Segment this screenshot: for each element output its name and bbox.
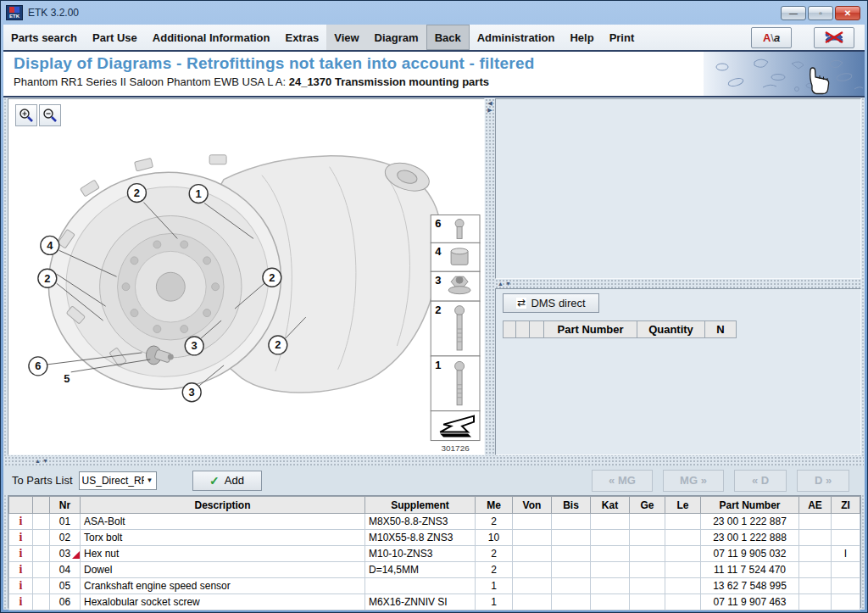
menu-item-extras[interactable]: Extras [277,25,326,50]
col-header-empty-1[interactable] [33,497,50,514]
cell-zi [832,514,860,530]
dms-col-empty-2 [530,320,544,338]
callout-2[interactable]: 2 [263,268,281,287]
info-icon[interactable]: i [19,548,23,560]
splitter-down-icon[interactable]: ▼ [42,458,48,464]
dms-direct-button[interactable]: ⇄ DMS direct [503,293,599,313]
title-bar[interactable]: ETK ETK 3.2.00 — ▫ ✕ [1,1,867,25]
info-icon[interactable]: i [19,564,23,576]
maximize-button[interactable]: ▫ [808,6,833,20]
menu-item-additional-information[interactable]: Additional Information [145,25,278,50]
info-icon[interactable]: i [19,515,23,527]
menu-item-part-use[interactable]: Part Use [85,25,145,50]
hide-tools-button[interactable] [814,27,854,48]
col-header-zi[interactable]: ZI [832,497,860,514]
nav-button-d-prev[interactable]: « D [734,470,787,492]
cell-ae [799,562,832,578]
minimize-button[interactable]: — [781,6,806,20]
nav-button-mg-prev[interactable]: « MG [592,470,653,492]
table-row[interactable]: i03Hex nutM10-10-ZNS3207 11 9 905 032I [9,546,860,562]
col-header-kat[interactable]: Kat [591,497,630,514]
info-icon[interactable]: i [19,596,23,608]
callout-2[interactable]: 2 [269,336,287,354]
callout-2[interactable]: 2 [127,184,146,203]
nav-button-d-next[interactable]: D » [797,470,849,492]
splitter-right-icon[interactable]: ▶ [487,107,492,114]
splitter-left-icon[interactable]: ◀ [487,100,492,107]
zoom-in-button[interactable] [15,104,37,126]
svg-text:2: 2 [275,338,281,351]
col-header-bis[interactable]: Bis [552,497,591,514]
row-select-cell[interactable] [33,578,50,594]
info-icon[interactable]: i [19,580,23,592]
cell-bis [552,594,591,610]
callout-4[interactable]: 4 [41,236,59,254]
callout-3[interactable]: 3 [182,383,201,402]
content-area: 2142232653 6 4 3 2 1 [3,98,865,610]
right-panel: ▲ ▼ ⇄ DMS direct Part NumberQuantityN [495,98,861,455]
callout-1[interactable]: 1 [189,185,208,203]
drawing-number: 301726 [441,443,470,453]
table-row[interactable]: i06Hexalobular socket screwM6X16-ZNNIV S… [9,594,860,610]
callout-6[interactable]: 6 [29,357,47,376]
transmission-diagram[interactable]: 2142232653 6 4 3 2 1 [8,99,484,455]
crossed-tools-icon [823,31,845,44]
col-header-ge[interactable]: Ge [630,497,665,514]
col-header-nr[interactable]: Nr [50,497,81,514]
cell-nr: 01 [50,514,81,530]
col-header-part-number[interactable]: Part Number [701,497,799,514]
row-select-cell[interactable] [33,562,50,578]
cell-von [513,562,552,578]
legend-icon-short-bolt [455,219,464,238]
menu-item-back[interactable]: Back [426,25,470,50]
splitter-up-icon[interactable]: ▲ [35,458,41,464]
row-select-cell[interactable] [33,514,50,530]
col-header-empty-0[interactable] [9,497,33,514]
callout-2[interactable]: 2 [38,269,57,287]
add-button[interactable]: ✓ Add [192,471,262,491]
callout-3[interactable]: 3 [185,337,203,355]
chevron-down-icon: ▼ [147,476,153,484]
font-size-button[interactable]: A\a [751,27,792,48]
col-header-von[interactable]: Von [513,497,552,514]
right-horizontal-splitter[interactable]: ▲ ▼ [495,279,861,288]
col-header-description[interactable]: Description [81,497,365,514]
vertical-splitter[interactable]: ◀ ▶ [485,98,495,455]
svg-text:2: 2 [44,272,50,285]
info-icon[interactable]: i [19,532,23,543]
row-select-cell[interactable] [33,530,50,546]
col-header-ae[interactable]: AE [799,497,832,514]
col-header-le[interactable]: Le [665,497,701,514]
menu-item-administration[interactable]: Administration [470,25,563,50]
table-row[interactable]: i04DowelD=14,5MM211 11 7 524 470 [9,562,860,578]
menu-item-print[interactable]: Print [602,25,643,50]
cell-le [665,578,701,594]
col-header-supplement[interactable]: Supplement [365,497,476,514]
splitter-up-icon[interactable]: ▲ [498,281,504,287]
dms-col-part-number: Part Number [544,320,637,338]
row-select-cell[interactable] [33,546,50,562]
svg-text:2: 2 [134,187,140,199]
table-row[interactable]: i01ASA-BoltM8X50-8.8-ZNS3223 00 1 222 88… [9,514,860,530]
cell-bis [552,514,591,530]
svg-text:5: 5 [64,372,70,385]
swap-arrows-icon: ⇄ [516,298,526,309]
menu-item-view[interactable]: View [326,25,366,50]
zoom-out-button[interactable] [39,104,61,126]
menu-item-help[interactable]: Help [562,25,601,50]
menu-item-diagram[interactable]: Diagram [367,25,426,50]
col-header-me[interactable]: Me [476,497,513,514]
diagram-panel[interactable]: 2142232653 6 4 3 2 1 [8,98,485,455]
table-row[interactable]: i05Crankshaft engine speed sensor113 62 … [9,578,860,594]
row-select-cell[interactable] [33,594,50,610]
splitter-down-icon[interactable]: ▼ [505,281,511,287]
main-horizontal-splitter[interactable]: ▲ ▼ [4,456,864,465]
app-icon: ETK [6,5,23,20]
parts-list-select[interactable]: US_Direct_RR ▼ [79,471,157,490]
close-button[interactable]: ✕ [835,6,860,20]
menu-item-parts-search[interactable]: Parts search [3,25,85,50]
nav-button-mg-next[interactable]: MG » [663,470,724,492]
callout-5[interactable]: 5 [64,372,70,385]
table-row[interactable]: i02Torx boltM10X55-8.8 ZNS31023 00 1 222… [9,530,860,546]
transmission-drawing [28,151,441,411]
